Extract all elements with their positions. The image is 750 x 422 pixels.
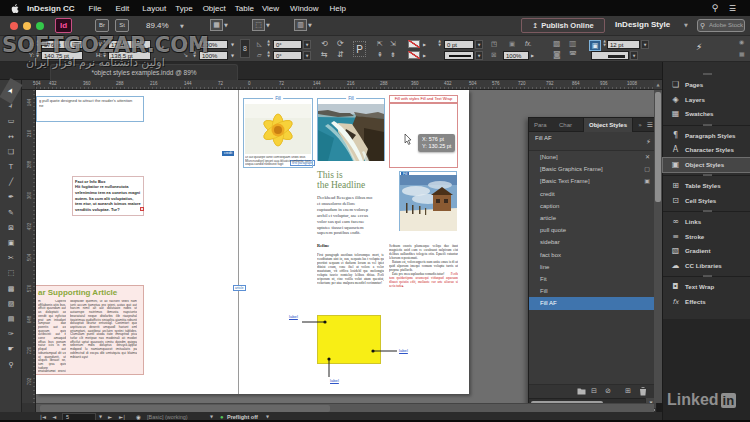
opacity-caret-icon[interactable]: ▶ <box>531 53 534 58</box>
vertical-scrollbar[interactable] <box>654 90 662 403</box>
control-panel-gear-icon[interactable]: ◉ <box>739 38 744 46</box>
house-image[interactable] <box>400 175 457 231</box>
no-text-wrap-icon[interactable]: ▩ <box>553 40 561 48</box>
workspace-switcher[interactable]: InDesign Style <box>615 20 670 29</box>
horizontal-scrollbar-thumb[interactable] <box>40 405 330 412</box>
control-panel-menu-icon[interactable]: ▦ <box>739 50 745 58</box>
w-field[interactable]: 172 pt <box>108 40 151 49</box>
dock-item-pages[interactable]: ❏Pages <box>663 78 750 92</box>
quick-apply-icon[interactable]: ⚡ <box>696 43 702 51</box>
line-tool[interactable]: ╱ <box>0 175 22 189</box>
notification-center-icon[interactable]: ☰ <box>729 4 736 13</box>
object-style-row[interactable]: line <box>529 261 656 273</box>
content-collector-tool[interactable]: ❏ <box>0 145 22 159</box>
vertical-scrollbar-thumb[interactable] <box>655 92 661 202</box>
object-style-row[interactable]: [None]✕ <box>529 151 656 163</box>
fill-caret-icon[interactable]: ▶ <box>423 42 426 47</box>
style-preview-caret-icon[interactable]: ▼ <box>630 51 638 60</box>
apple-menu-icon[interactable] <box>11 4 19 13</box>
menu-type[interactable]: Type <box>175 4 192 13</box>
gradient-feather-tool[interactable]: ▨ <box>0 297 22 311</box>
scale-x-caret-icon[interactable]: ▼ <box>231 42 234 47</box>
scale-y-field[interactable]: 100% <box>199 51 228 60</box>
coast-frame[interactable]: Fill <box>317 98 385 161</box>
house-frame[interactable]: Fill <box>399 171 457 231</box>
object-style-row[interactable]: sidebar <box>529 236 656 248</box>
daffodil-image[interactable] <box>245 104 311 154</box>
x-field[interactable]: 576 pt <box>41 40 83 49</box>
stroke-weight-stepper[interactable]: ▲▼ <box>437 40 442 50</box>
gap-tool[interactable]: ↔ <box>0 130 22 144</box>
dock-item-cc-libraries[interactable]: ☁CC Libraries <box>663 259 750 273</box>
object-style-row[interactable]: Fit <box>529 273 656 285</box>
style-tag-article[interactable]: article <box>233 285 246 291</box>
fact-box-frame[interactable]: Fact or Info Box Hit fugitatior re nullo… <box>72 176 144 216</box>
adobe-stock-search-input[interactable]: ⚲Adobe Stock <box>697 19 745 32</box>
scale-x-field[interactable]: 100% <box>199 40 228 49</box>
wrap-offset-caret-icon[interactable]: ▼ <box>641 40 649 49</box>
rotation-stepper[interactable]: ▲▼ <box>266 40 271 50</box>
hand-tool[interactable]: ☛ <box>0 342 22 356</box>
dock-item-swatches[interactable]: ▦Swatches <box>663 107 750 121</box>
opacity-field[interactable]: 100% <box>503 51 529 60</box>
delete-style-trash-icon[interactable] <box>639 387 647 396</box>
y-stepper[interactable]: ▲▼ <box>35 51 40 61</box>
object-style-row[interactable]: pull quote <box>529 224 656 236</box>
h-stepper[interactable]: ▲▼ <box>102 51 107 61</box>
scale-x-stepper[interactable]: ▲▼ <box>192 40 197 50</box>
screen-mode-dropdown[interactable]: ⬚▼ <box>252 19 276 32</box>
menu-help[interactable]: Help <box>330 4 346 13</box>
style-tag-credit[interactable]: credit <box>222 151 234 156</box>
dock-item-cell-styles[interactable]: ⊡Cell Styles <box>663 194 750 208</box>
object-style-row[interactable]: article <box>529 212 656 224</box>
panel-menu-icon[interactable]: ☰ <box>647 121 653 129</box>
stroke-weight-field[interactable]: 0 pt <box>444 40 474 49</box>
horizontal-ruler[interactable]: 5044323602882161447207214421628836043250… <box>36 80 654 90</box>
tab-paragraph-styles[interactable]: Para <box>534 118 547 132</box>
dock-item-layers[interactable]: ◈Layers <box>663 93 750 107</box>
rotation-field[interactable]: 0° <box>273 40 302 49</box>
note-tool[interactable]: ▤ <box>0 312 22 326</box>
arrange-documents-dropdown[interactable]: ▥▼ <box>294 19 318 32</box>
dock-item-gradient[interactable]: ▧Gradient <box>663 244 750 258</box>
menu-table[interactable]: Table <box>235 4 254 13</box>
app-menu-title[interactable]: InDesign CC <box>27 4 75 13</box>
document-tab[interactable]: *object styles examples.indd @ 89% <box>50 64 238 80</box>
wrap-offset-field[interactable]: 12 pt <box>607 40 640 49</box>
select-previous-icon[interactable]: ⇞ <box>377 51 383 59</box>
scissors-tool[interactable]: ✂ <box>0 251 22 265</box>
shear-stepper[interactable]: ▲▼ <box>266 51 271 61</box>
object-style-row[interactable]: caption <box>529 200 656 212</box>
menu-layout[interactable]: Layout <box>142 4 166 13</box>
corner-shape-icon[interactable]: ▣ <box>509 40 515 48</box>
spotlight-search-icon[interactable]: ⚲ <box>712 3 719 13</box>
w-stepper[interactable]: ▲▼ <box>102 40 107 50</box>
scale-y-caret-icon[interactable]: ▼ <box>231 53 234 58</box>
dock-item-stroke[interactable]: ≡Stroke <box>663 230 750 244</box>
x-stepper[interactable]: ▲▼ <box>35 40 40 50</box>
effects-menu[interactable]: fx. <box>525 40 532 48</box>
coast-image[interactable] <box>318 104 384 161</box>
dock-item-table-styles[interactable]: ⊞Table Styles <box>663 179 750 193</box>
type-tool[interactable]: T <box>0 160 22 174</box>
fill-swatch-none[interactable] <box>408 40 420 48</box>
free-transform-tool[interactable]: ⬚ <box>0 266 22 280</box>
vertical-ruler[interactable]: 144216288360432504576648720792 <box>22 90 36 403</box>
daffodil-frame[interactable]: Fill Ut aut qui <box>243 98 313 168</box>
select-content-icon[interactable]: ⇲ <box>390 40 396 48</box>
overset-text-indicator[interactable] <box>140 207 144 211</box>
dock-item-links[interactable]: ∞Links <box>663 215 750 229</box>
object-style-row[interactable]: credit <box>529 188 656 200</box>
stroke-caret-icon[interactable]: ▶ <box>423 53 426 58</box>
sidebar-article-box[interactable]: ar Supporting Article m Caperis offilabo… <box>36 285 144 375</box>
window-zoom-button[interactable] <box>36 22 44 30</box>
flip-horizontal-icon[interactable]: ⇆ <box>321 51 328 59</box>
rectangle-tool[interactable]: ▣ <box>0 236 22 250</box>
corner-options-icon[interactable]: ◳ <box>491 40 497 48</box>
dock-item-character-styles[interactable]: ACharacter Styles <box>663 143 750 157</box>
style-group-folder-icon[interactable] <box>577 387 586 395</box>
object-style-row[interactable]: [Basic Text Frame]▣ <box>529 175 656 187</box>
eyedropper-tool[interactable]: ✑ <box>0 327 22 341</box>
rotate-ccw-icon[interactable]: ⟲ <box>321 40 328 48</box>
menu-file[interactable]: File <box>89 4 102 13</box>
